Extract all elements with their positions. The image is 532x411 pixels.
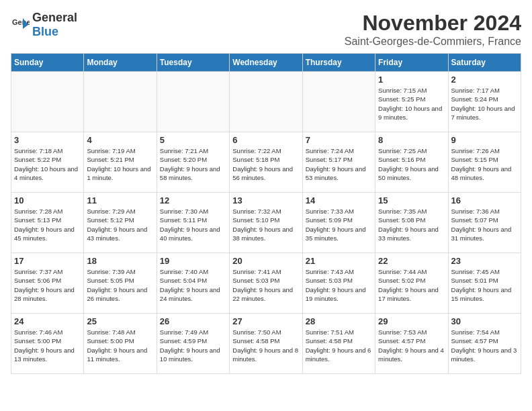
weekday-header-friday: Friday: [375, 54, 448, 72]
logo-blue-text: Blue: [32, 25, 58, 38]
day-number: 27: [232, 316, 299, 326]
calendar-body: 1 Sunrise: 7:15 AM Sunset: 5:25 PM Dayli…: [11, 72, 521, 374]
day-info: Sunrise: 7:26 AM Sunset: 5:15 PM Dayligh…: [451, 146, 518, 182]
calendar-cell: 7 Sunrise: 7:24 AM Sunset: 5:17 PM Dayli…: [302, 132, 375, 193]
day-number: 8: [378, 135, 445, 145]
page-header: General General Blue November 2024 Saint…: [11, 11, 521, 48]
calendar-week-2: 3 Sunrise: 7:18 AM Sunset: 5:22 PM Dayli…: [11, 132, 521, 193]
calendar-cell: 16 Sunrise: 7:36 AM Sunset: 5:07 PM Dayl…: [448, 193, 521, 253]
day-number: 7: [306, 135, 372, 145]
day-number: 14: [306, 195, 372, 205]
day-info: Sunrise: 7:30 AM Sunset: 5:11 PM Dayligh…: [160, 207, 226, 242]
calendar-cell: [230, 72, 302, 132]
day-info: Sunrise: 7:45 AM Sunset: 5:01 PM Dayligh…: [451, 267, 518, 303]
day-number: 24: [14, 316, 81, 326]
subtitle: Saint-Georges-de-Commiers, France: [345, 36, 521, 48]
calendar-cell: 9 Sunrise: 7:26 AM Sunset: 5:15 PM Dayli…: [448, 132, 521, 193]
calendar-cell: 21 Sunrise: 7:43 AM Sunset: 5:03 PM Dayl…: [302, 253, 375, 314]
day-info: Sunrise: 7:54 AM Sunset: 4:57 PM Dayligh…: [451, 328, 518, 363]
day-info: Sunrise: 7:33 AM Sunset: 5:09 PM Dayligh…: [306, 207, 372, 242]
logo-general-text: General: [32, 11, 77, 24]
day-number: 13: [232, 195, 299, 205]
day-info: Sunrise: 7:22 AM Sunset: 5:18 PM Dayligh…: [232, 146, 299, 182]
day-number: 9: [451, 135, 518, 145]
day-number: 19: [160, 256, 226, 266]
day-number: 5: [160, 135, 226, 145]
day-info: Sunrise: 7:53 AM Sunset: 4:57 PM Dayligh…: [378, 328, 445, 363]
day-info: Sunrise: 7:48 AM Sunset: 5:00 PM Dayligh…: [87, 328, 153, 363]
day-info: Sunrise: 7:36 AM Sunset: 5:07 PM Dayligh…: [451, 207, 518, 242]
day-number: 11: [87, 195, 153, 205]
calendar-week-3: 10 Sunrise: 7:28 AM Sunset: 5:13 PM Dayl…: [11, 193, 521, 253]
weekday-header-thursday: Thursday: [302, 54, 375, 72]
main-title: November 2024: [345, 11, 521, 36]
day-info: Sunrise: 7:50 AM Sunset: 4:58 PM Dayligh…: [232, 328, 299, 363]
calendar-cell: 3 Sunrise: 7:18 AM Sunset: 5:22 PM Dayli…: [11, 132, 84, 193]
day-number: 4: [87, 135, 153, 145]
day-number: 20: [232, 256, 299, 266]
calendar-cell: [157, 72, 229, 132]
calendar-cell: 1 Sunrise: 7:15 AM Sunset: 5:25 PM Dayli…: [375, 72, 448, 132]
calendar-cell: 11 Sunrise: 7:29 AM Sunset: 5:12 PM Dayl…: [84, 193, 157, 253]
day-info: Sunrise: 7:35 AM Sunset: 5:08 PM Dayligh…: [378, 207, 445, 242]
day-number: 18: [87, 256, 153, 266]
calendar-cell: [302, 72, 375, 132]
calendar-cell: 23 Sunrise: 7:45 AM Sunset: 5:01 PM Dayl…: [448, 253, 521, 314]
weekday-header-row: SundayMondayTuesdayWednesdayThursdayFrid…: [11, 54, 521, 72]
day-number: 28: [306, 316, 372, 326]
day-info: Sunrise: 7:15 AM Sunset: 5:25 PM Dayligh…: [378, 86, 445, 122]
day-info: Sunrise: 7:18 AM Sunset: 5:22 PM Dayligh…: [14, 146, 81, 182]
day-info: Sunrise: 7:46 AM Sunset: 5:00 PM Dayligh…: [14, 328, 81, 363]
day-info: Sunrise: 7:49 AM Sunset: 4:59 PM Dayligh…: [160, 328, 226, 363]
calendar-cell: 13 Sunrise: 7:32 AM Sunset: 5:10 PM Dayl…: [230, 193, 302, 253]
calendar-cell: 12 Sunrise: 7:30 AM Sunset: 5:11 PM Dayl…: [157, 193, 229, 253]
calendar-cell: 8 Sunrise: 7:25 AM Sunset: 5:16 PM Dayli…: [375, 132, 448, 193]
day-info: Sunrise: 7:17 AM Sunset: 5:24 PM Dayligh…: [451, 86, 518, 122]
day-info: Sunrise: 7:44 AM Sunset: 5:02 PM Dayligh…: [378, 267, 445, 303]
weekday-header-sunday: Sunday: [11, 54, 84, 72]
day-number: 22: [378, 256, 445, 266]
day-number: 17: [14, 256, 81, 266]
calendar-cell: 19 Sunrise: 7:40 AM Sunset: 5:04 PM Dayl…: [157, 253, 229, 314]
day-number: 26: [160, 316, 226, 326]
calendar-cell: 24 Sunrise: 7:46 AM Sunset: 5:00 PM Dayl…: [11, 314, 84, 374]
weekday-header-saturday: Saturday: [448, 54, 521, 72]
calendar-cell: 27 Sunrise: 7:50 AM Sunset: 4:58 PM Dayl…: [230, 314, 302, 374]
calendar-week-5: 24 Sunrise: 7:46 AM Sunset: 5:00 PM Dayl…: [11, 314, 521, 374]
calendar-cell: 17 Sunrise: 7:37 AM Sunset: 5:06 PM Dayl…: [11, 253, 84, 314]
calendar-cell: 2 Sunrise: 7:17 AM Sunset: 5:24 PM Dayli…: [448, 72, 521, 132]
calendar-cell: [11, 72, 84, 132]
day-info: Sunrise: 7:19 AM Sunset: 5:21 PM Dayligh…: [87, 146, 153, 182]
day-info: Sunrise: 7:41 AM Sunset: 5:03 PM Dayligh…: [232, 267, 299, 303]
day-info: Sunrise: 7:39 AM Sunset: 5:05 PM Dayligh…: [87, 267, 153, 303]
calendar-cell: 6 Sunrise: 7:22 AM Sunset: 5:18 PM Dayli…: [230, 132, 302, 193]
title-block: November 2024 Saint-Georges-de-Commiers,…: [345, 11, 521, 48]
day-number: 21: [306, 256, 372, 266]
day-info: Sunrise: 7:51 AM Sunset: 4:58 PM Dayligh…: [306, 328, 372, 363]
day-info: Sunrise: 7:25 AM Sunset: 5:16 PM Dayligh…: [378, 146, 445, 182]
logo: General General Blue: [11, 11, 77, 39]
day-number: 1: [378, 75, 445, 85]
calendar-cell: 18 Sunrise: 7:39 AM Sunset: 5:05 PM Dayl…: [84, 253, 157, 314]
calendar-week-4: 17 Sunrise: 7:37 AM Sunset: 5:06 PM Dayl…: [11, 253, 521, 314]
day-number: 23: [451, 256, 518, 266]
calendar-cell: 30 Sunrise: 7:54 AM Sunset: 4:57 PM Dayl…: [448, 314, 521, 374]
day-number: 30: [451, 316, 518, 326]
day-info: Sunrise: 7:21 AM Sunset: 5:20 PM Dayligh…: [160, 146, 226, 182]
calendar-table: SundayMondayTuesdayWednesdayThursdayFrid…: [11, 53, 521, 374]
day-number: 6: [232, 135, 299, 145]
day-info: Sunrise: 7:40 AM Sunset: 5:04 PM Dayligh…: [160, 267, 226, 303]
day-info: Sunrise: 7:29 AM Sunset: 5:12 PM Dayligh…: [87, 207, 153, 242]
calendar-cell: 4 Sunrise: 7:19 AM Sunset: 5:21 PM Dayli…: [84, 132, 157, 193]
calendar-cell: 25 Sunrise: 7:48 AM Sunset: 5:00 PM Dayl…: [84, 314, 157, 374]
day-number: 3: [14, 135, 81, 145]
calendar-cell: [84, 72, 157, 132]
day-info: Sunrise: 7:24 AM Sunset: 5:17 PM Dayligh…: [306, 146, 372, 182]
calendar-cell: 22 Sunrise: 7:44 AM Sunset: 5:02 PM Dayl…: [375, 253, 448, 314]
weekday-header-wednesday: Wednesday: [230, 54, 302, 72]
calendar-cell: 26 Sunrise: 7:49 AM Sunset: 4:59 PM Dayl…: [157, 314, 229, 374]
weekday-header-monday: Monday: [84, 54, 157, 72]
day-number: 12: [160, 195, 226, 205]
day-number: 10: [14, 195, 81, 205]
day-number: 25: [87, 316, 153, 326]
